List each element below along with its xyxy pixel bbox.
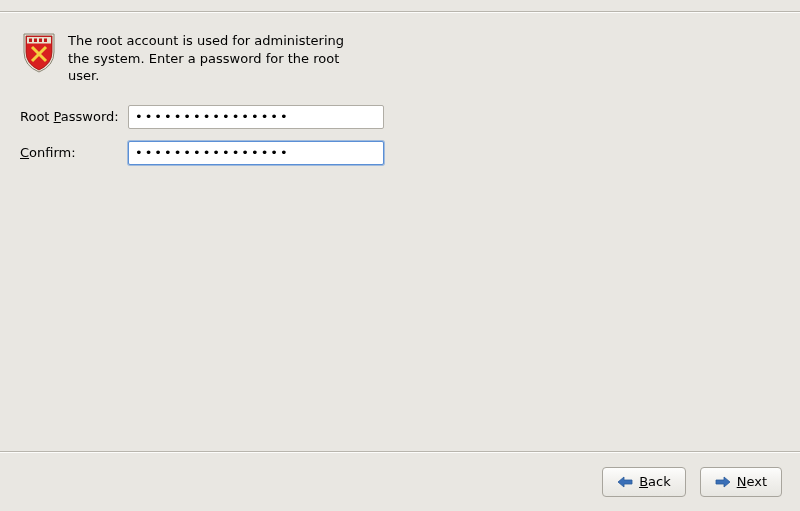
next-button-label: Next [737,474,767,489]
next-button[interactable]: Next [700,467,782,497]
svg-rect-3 [34,39,37,43]
svg-rect-4 [39,39,42,43]
arrow-right-icon [715,476,731,488]
confirm-password-label: Confirm: [20,145,128,160]
top-divider [0,11,800,13]
bottom-bar: Back Next [0,451,800,511]
root-password-label: Root Password: [20,109,128,124]
arrow-left-icon [617,476,633,488]
content-area: The root account is used for administeri… [20,30,780,165]
back-button[interactable]: Back [602,467,686,497]
svg-rect-5 [44,39,47,43]
svg-rect-2 [29,39,32,43]
form-area: Root Password: Confirm: [20,105,780,165]
shield-icon [20,30,58,74]
instruction-text: The root account is used for administeri… [68,30,358,85]
confirm-password-input[interactable] [128,141,384,165]
root-password-input[interactable] [128,105,384,129]
back-button-label: Back [639,474,671,489]
header-row: The root account is used for administeri… [20,30,780,85]
